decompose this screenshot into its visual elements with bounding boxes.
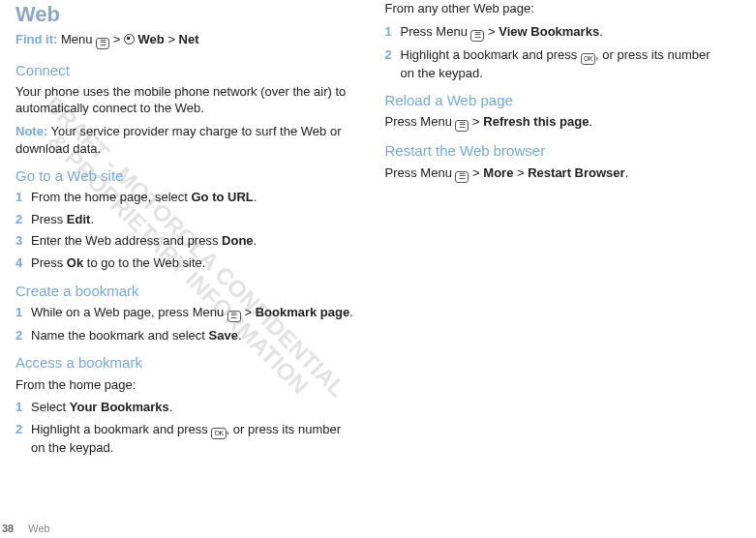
globe-icon [124,34,135,45]
ok-key-icon [581,53,595,65]
page-number: 38 [2,523,14,534]
list-item: 2Highlight a bookmark and press , or pre… [15,421,358,457]
goto-steps: 1From the home page, select Go to URL. 2… [15,189,358,271]
note-label: Note: [15,124,47,138]
connect-heading: Connect [15,61,358,80]
list-item: 1 Press Menu > View Bookmarks. [385,23,728,42]
menu-key-icon [96,38,109,49]
connect-p1: Your phone uses the mobile phone network… [15,83,358,117]
connect-note: Note: Your service provider may charge t… [15,123,358,157]
menu-key-icon [227,311,241,322]
note-text: Your service provider may charge to surf… [15,124,341,156]
find-it-web: Web [138,32,165,46]
access-steps: 1Select Your Bookmarks. 2Highlight a boo… [15,399,358,456]
page-content: Web Find it: Menu > Web > Net Connect Yo… [0,0,756,519]
list-item: 3Enter the Web address and press Done. [15,232,358,250]
page-title: Web [15,0,358,29]
create-heading: Create a bookmark [15,282,358,301]
list-item: 2Name the bookmark and select Save. [15,327,358,344]
find-it-label: Find it: [15,32,57,46]
footer-section: Web [28,523,49,534]
list-item: 4Press Ok to go to the Web site. [15,254,358,272]
access-heading: Access a bookmark [15,353,358,373]
page-footer: 38 Web [2,523,50,534]
goto-heading: Go to a Web site [15,166,358,186]
list-item: 1Select Your Bookmarks. [15,399,358,416]
restart-heading: Restart the Web browser [385,141,728,161]
left-column: Web Find it: Menu > Web > Net Connect Yo… [2,0,372,519]
find-it-pre: Menu [61,32,93,46]
list-item: 1From the home page, select Go to URL. [15,189,358,206]
reload-line: Press Menu > Refresh this page. [385,113,728,132]
other-steps: 1 Press Menu > View Bookmarks. 2Highligh… [385,23,728,82]
find-it-net: Net [179,32,199,46]
list-item: 2Highlight a bookmark and press , or pre… [385,46,728,82]
create-steps: 1While on a Web page, press Menu > Bookm… [15,304,358,344]
right-column: From any other Web page: 1 Press Menu > … [372,0,741,519]
list-item: 2Press Edit. [15,211,358,228]
menu-key-icon [455,171,469,183]
reload-heading: Reload a Web page [385,91,728,110]
restart-line: Press Menu > More > Restart Browser. [385,164,728,183]
access-intro: From the home page: [15,376,358,394]
other-intro: From any other Web page: [385,0,728,17]
ok-key-icon [211,428,226,439]
list-item: 1While on a Web page, press Menu > Bookm… [15,304,358,322]
menu-key-icon [470,30,484,42]
find-it-line: Find it: Menu > Web > Net [15,31,358,49]
menu-key-icon [455,120,469,132]
